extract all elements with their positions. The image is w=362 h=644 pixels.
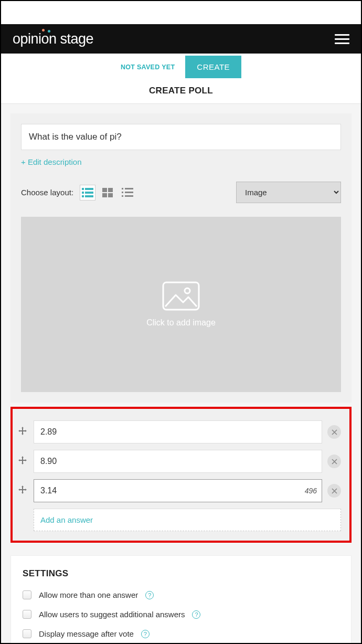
- media-type-select[interactable]: Image: [236, 182, 341, 203]
- svg-point-17: [185, 288, 190, 293]
- logo-dot-icon: [42, 29, 45, 31]
- close-icon: [332, 429, 337, 435]
- setting-row: Allow users to suggest additional answer…: [23, 610, 339, 619]
- layout-options: [80, 185, 135, 200]
- svg-rect-1: [85, 188, 93, 190]
- help-icon[interactable]: ?: [192, 610, 200, 619]
- svg-rect-15: [125, 195, 133, 197]
- layout-grid-icon[interactable]: [100, 185, 115, 200]
- image-placeholder-icon: [162, 281, 200, 311]
- settings-title: SETTINGS: [23, 568, 339, 579]
- layout-label: Choose layout:: [21, 188, 73, 197]
- setting-label: Allow users to suggest additional answer…: [39, 610, 185, 619]
- layout-list-icon[interactable]: [80, 185, 95, 200]
- answer-row: [17, 450, 341, 473]
- poll-editor-card: + Edit description Choose layout: Image: [10, 113, 352, 403]
- setting-checkbox[interactable]: [23, 629, 31, 638]
- answer-row: [17, 420, 341, 444]
- svg-rect-8: [102, 193, 107, 197]
- svg-rect-2: [82, 192, 84, 194]
- add-answer-button[interactable]: Add an answer: [34, 509, 341, 531]
- setting-label: Allow more than one answer: [39, 590, 138, 599]
- svg-rect-4: [82, 195, 84, 197]
- drag-handle-icon[interactable]: [17, 427, 28, 437]
- svg-rect-0: [82, 188, 84, 190]
- svg-rect-12: [122, 192, 123, 193]
- answers-block: 496 Add an answer: [10, 407, 352, 543]
- remove-answer-button[interactable]: [327, 425, 341, 439]
- action-bar: NOT SAVED YET CREATE: [1, 54, 361, 80]
- remove-answer-button[interactable]: [327, 455, 341, 468]
- setting-checkbox[interactable]: [23, 590, 31, 599]
- layout-row: Choose layout: Image: [21, 182, 341, 203]
- svg-rect-11: [125, 188, 133, 189]
- help-icon[interactable]: ?: [145, 591, 154, 599]
- setting-row: Allow more than one answer ?: [23, 590, 339, 599]
- char-count: 496: [305, 487, 317, 495]
- drag-handle-icon[interactable]: [17, 485, 28, 496]
- setting-checkbox[interactable]: [23, 610, 31, 619]
- answer-input[interactable]: [34, 450, 322, 473]
- edit-description-link[interactable]: + Edit description: [21, 157, 81, 166]
- add-answer-row: Add an answer: [34, 509, 341, 531]
- svg-rect-5: [85, 195, 93, 197]
- create-button[interactable]: CREATE: [185, 56, 241, 78]
- menu-icon[interactable]: [335, 31, 349, 47]
- logo[interactable]: opinion stage: [13, 31, 93, 47]
- content-area: + Edit description Choose layout: Image: [1, 104, 361, 644]
- setting-row: Display message after vote ?: [23, 629, 339, 638]
- layout-detailed-list-icon[interactable]: [120, 185, 135, 200]
- close-icon: [332, 459, 337, 464]
- answer-row: 496: [17, 479, 341, 502]
- image-upload-text: Click to add image: [146, 318, 216, 328]
- svg-rect-16: [163, 282, 199, 310]
- remove-answer-button[interactable]: [327, 484, 341, 498]
- svg-rect-6: [102, 188, 107, 192]
- settings-card: SETTINGS Allow more than one answer ? Al…: [10, 555, 352, 644]
- poll-question-input[interactable]: [21, 124, 341, 150]
- answer-input[interactable]: [34, 420, 322, 444]
- image-upload-area[interactable]: Click to add image: [21, 217, 341, 392]
- setting-label: Display message after vote: [39, 629, 134, 638]
- svg-rect-13: [125, 192, 133, 193]
- svg-rect-7: [108, 188, 113, 192]
- svg-rect-9: [108, 193, 113, 197]
- page-title: CREATE POLL: [1, 80, 361, 103]
- answer-input[interactable]: [34, 479, 322, 502]
- close-icon: [332, 488, 337, 494]
- top-nav: opinion stage: [1, 24, 361, 54]
- logo-text: opinion stage: [13, 31, 93, 47]
- drag-handle-icon[interactable]: [17, 456, 28, 467]
- help-icon[interactable]: ?: [141, 630, 150, 638]
- svg-rect-3: [85, 192, 93, 194]
- svg-rect-10: [122, 188, 123, 189]
- logo-dot-icon: [48, 30, 50, 33]
- svg-rect-14: [122, 195, 123, 197]
- save-status: NOT SAVED YET: [121, 64, 175, 71]
